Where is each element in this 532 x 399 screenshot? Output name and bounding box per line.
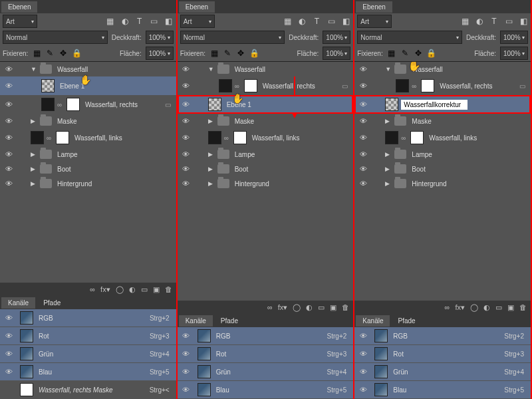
lock-all-icon[interactable]: 🔒 [427,49,436,58]
paths-tab[interactable]: Pfade [391,315,422,327]
group-icon[interactable]: ▭ [318,303,325,312]
fx-icon[interactable]: fx▾ [278,303,288,312]
paths-tab[interactable]: Pfade [214,315,245,327]
channels-tab[interactable]: Kanäle [356,315,390,327]
adjustment-icon[interactable]: ◐ [483,303,490,312]
visibility-icon[interactable]: 👁 [3,165,15,173]
opacity-input[interactable]: 100%▾ [323,31,350,44]
blend-mode-dropdown[interactable]: Normal▾ [3,31,108,44]
layer-wasserfall-rechts[interactable]: 👁∞Wasserfall, rechts▭ [354,76,531,95]
smart-filter-icon[interactable]: ◧ [519,17,528,26]
layers-tab[interactable]: Ebenen [179,1,215,13]
channel-mask[interactable]: Wasserfall, rechts MaskeStrg+< [0,381,176,398]
channel-red[interactable]: 👁RotStrg+3 [354,345,531,362]
visibility-icon[interactable]: 👁 [3,150,15,158]
lock-move-icon[interactable]: ✥ [59,49,68,58]
channel-green[interactable]: 👁GrünStrg+4 [354,363,531,380]
folder-lampe[interactable]: 👁 ▶ Lampe [0,147,176,162]
visibility-icon[interactable]: 👁 [3,134,15,142]
fx-icon[interactable]: fx▾ [100,285,110,294]
link-icon[interactable]: ∞ [57,101,64,108]
layers-tab[interactable]: Ebenen [356,1,392,13]
image-filter-icon[interactable]: ▦ [283,17,292,26]
group-icon[interactable]: ▭ [141,285,148,294]
channel-blue[interactable]: 👁BlauStrg+5 [0,363,176,380]
link-layers-icon[interactable]: ∞ [267,303,273,311]
channel-green[interactable]: 👁GrünStrg+4 [0,345,176,362]
folder-maske[interactable]: 👁▶Maske [178,114,354,128]
blend-mode-dropdown[interactable]: Normal▾ [180,31,285,44]
channel-red[interactable]: 👁RotStrg+3 [0,327,176,344]
lock-brush-icon[interactable]: ✎ [400,49,410,58]
opacity-input[interactable]: 100%▾ [146,31,174,44]
type-filter-icon[interactable]: T [135,17,144,26]
visibility-icon[interactable]: 👁 [3,100,15,108]
folder-boot[interactable]: 👁▶Boot [354,162,531,176]
image-filter-icon[interactable]: ▦ [106,17,115,26]
filter-dropdown[interactable]: Art▾ [357,15,392,28]
channel-red[interactable]: 👁RotStrg+3 [178,345,354,362]
filter-dropdown[interactable]: Art▾ [180,15,215,28]
lock-pixels-icon[interactable]: ▦ [32,49,41,58]
channel-green[interactable]: 👁GrünStrg+4 [178,363,354,380]
channel-rgb[interactable]: 👁RGBStrg+2 [0,309,176,327]
mask-icon[interactable]: ◯ [470,303,478,312]
adjustment-icon[interactable]: ◐ [129,285,136,294]
adjustment-filter-icon[interactable]: ◐ [120,17,130,26]
trash-icon[interactable]: 🗑 [165,285,172,293]
channel-rgb[interactable]: 👁RGBStrg+2 [354,327,531,344]
trash-icon[interactable]: 🗑 [519,303,527,311]
visibility-icon[interactable]: 👁 [3,65,15,73]
filter-dropdown[interactable]: Art▾ [3,15,37,28]
rename-input[interactable] [401,100,467,110]
lock-all-icon[interactable]: 🔒 [249,49,259,58]
shape-filter-icon[interactable]: ▭ [150,17,159,26]
fx-icon[interactable]: fx▾ [455,303,465,312]
blend-mode-dropdown[interactable]: Normal▾ [357,31,462,44]
paths-tab[interactable]: Pfade [37,297,67,309]
folder-hintergrund[interactable]: 👁▶Hintergrund [354,176,531,191]
opacity-input[interactable]: 100%▾ [500,31,528,44]
folder-lampe[interactable]: 👁▶Lampe [178,147,354,162]
fill-input[interactable]: 100%▾ [323,47,350,60]
new-layer-icon[interactable]: ▣ [153,285,160,294]
visibility-icon[interactable]: 👁 [3,117,15,125]
folder-maske[interactable]: 👁▶Maske [354,114,531,128]
smart-filter-icon[interactable]: ◧ [164,17,174,26]
folder-wasserfall[interactable]: 👁▼Wasserfall [354,62,531,76]
layer-ebene-1[interactable]: 👁 Ebene 1 [0,76,176,95]
type-filter-icon[interactable]: T [489,17,499,26]
layer-wasserfall-links[interactable]: 👁 ∞ Wasserfall, links [0,128,176,147]
channel-blue[interactable]: 👁BlauStrg+5 [178,381,354,398]
channels-tab[interactable]: Kanäle [179,315,213,327]
type-filter-icon[interactable]: T [312,17,321,26]
lock-move-icon[interactable]: ✥ [414,49,423,58]
link-layers-icon[interactable]: ∞ [445,303,450,311]
channel-blue[interactable]: 👁BlauStrg+5 [354,381,531,398]
fill-input[interactable]: 100%▾ [146,47,174,60]
group-icon[interactable]: ▭ [495,303,502,312]
folder-lampe[interactable]: 👁▶Lampe [354,147,531,162]
layer-ebene-1[interactable]: 👁Ebene 1 [178,95,354,114]
link-layers-icon[interactable]: ∞ [90,285,95,293]
layer-wasserfall-links[interactable]: 👁∞Wasserfall, links [178,128,354,147]
smart-filter-icon[interactable]: ◧ [341,17,350,26]
mask-icon[interactable]: ◯ [116,285,124,294]
fill-input[interactable]: 100%▾ [500,47,528,60]
new-layer-icon[interactable]: ▣ [507,303,514,312]
new-layer-icon[interactable]: ▣ [330,303,336,312]
lock-pixels-icon[interactable]: ▦ [209,49,219,58]
folder-maske[interactable]: 👁 ▶ Maske [0,114,176,128]
folder-hintergrund[interactable]: 👁▶Hintergrund [178,176,354,191]
image-filter-icon[interactable]: ▦ [460,17,469,26]
channel-rgb[interactable]: 👁RGBStrg+2 [178,327,354,344]
folder-boot[interactable]: 👁▶Boot [178,162,354,176]
visibility-icon[interactable]: 👁 [3,82,15,90]
shape-filter-icon[interactable]: ▭ [504,17,513,26]
trash-icon[interactable]: 🗑 [342,303,349,311]
mask-icon[interactable]: ◯ [293,303,301,312]
lock-move-icon[interactable]: ✥ [236,49,245,58]
lock-brush-icon[interactable]: ✎ [223,49,232,58]
shape-filter-icon[interactable]: ▭ [327,17,336,26]
layer-rename[interactable]: 👁 [354,95,531,114]
